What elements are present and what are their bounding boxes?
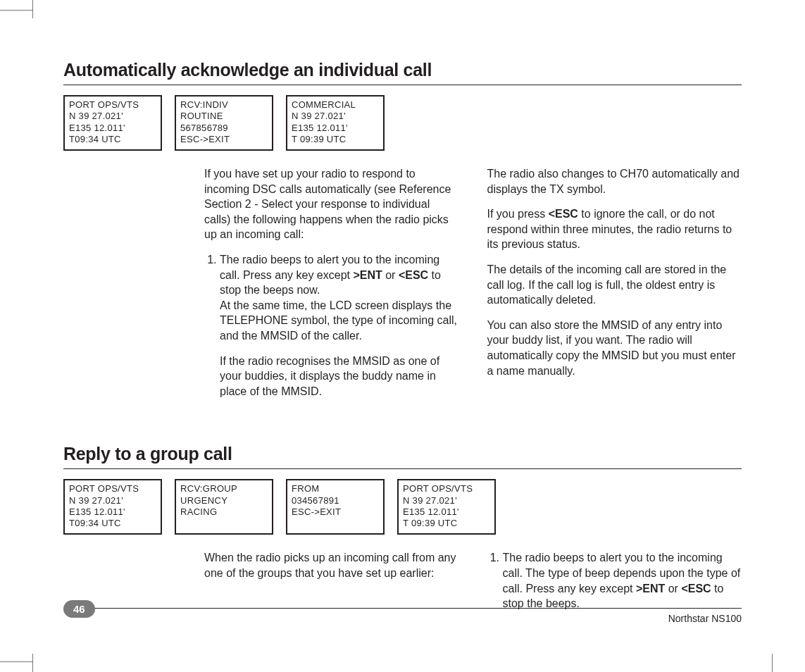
list-sub-paragraph: At the same time, the LCD screen display… [220,298,459,344]
paragraph: If you press <ESC to ignore the call, or… [487,206,742,252]
key-esc: <ESC [549,208,578,220]
lcd-screens-row: PORT OPS/VTS N 39 27.021' E135 12.011' T… [63,479,742,535]
ordered-list: The radio beeps to alert you to the inco… [204,252,459,399]
lcd-screen: FROM 034567891 ESC->EXIT [286,479,385,535]
paragraph: The radio also changes to CH70 automatic… [487,166,742,197]
crop-mark [0,661,32,662]
lcd-screen: PORT OPS/VTS N 39 27.021' E135 12.011' T… [63,95,162,151]
text: If you press [487,208,549,220]
left-column: If you have set up your radio to respond… [63,166,459,409]
list-text: or [382,269,399,281]
intro-paragraph: If you have set up your radio to respond… [204,166,459,242]
paragraph: When the radio picks up an incoming call… [204,550,459,580]
list-text: or [665,583,681,595]
two-column-body: If you have set up your radio to respond… [63,166,742,409]
key-esc: <ESC [399,269,428,281]
crop-mark [772,654,773,672]
page: Automatically acknowledge an individual … [0,0,805,672]
crop-mark [0,10,32,11]
lcd-screen: RCV:GROUP URGENCY RACING [175,479,273,535]
key-ent: >ENT [353,269,382,281]
lcd-screens-row: PORT OPS/VTS N 39 27.021' E135 12.011' T… [63,95,742,151]
crop-mark [32,654,33,672]
section-heading-auto-ack: Automatically acknowledge an individual … [63,60,742,85]
lcd-screen: PORT OPS/VTS N 39 27.021' E135 12.011' T… [63,479,162,535]
page-number-badge: 46 [63,600,95,618]
section-heading-reply-group: Reply to a group call [63,444,742,469]
crop-mark [32,0,33,18]
paragraph: You can also store the MMSID of any entr… [487,318,742,378]
lcd-screen: COMMERCIAL N 39 27.021' E135 12.011' T 0… [286,95,385,151]
footer-product-title: Northstar NS100 [668,613,742,624]
paragraph: The details of the incoming call are sto… [487,262,742,308]
key-ent: >ENT [636,583,665,595]
lcd-screen: PORT OPS/VTS N 39 27.021' E135 12.011' T… [397,479,496,535]
footer-rule: 46 Northstar NS100 [63,608,742,630]
lcd-screen: RCV:INDIV ROUTINE 567856789 ESC->EXIT [175,95,273,151]
page-footer: 46 Northstar NS100 [63,608,742,630]
list-sub-paragraph: If the radio recognises the MMSID as one… [220,354,459,399]
right-column: The radio also changes to CH70 automatic… [487,166,742,409]
ordered-list: The radio beeps to alert you to the inco… [487,550,742,611]
section-gap [63,409,742,444]
list-item: The radio beeps to alert you to the inco… [503,550,742,611]
key-esc: <ESC [681,583,711,595]
list-item: The radio beeps to alert you to the inco… [220,252,459,399]
